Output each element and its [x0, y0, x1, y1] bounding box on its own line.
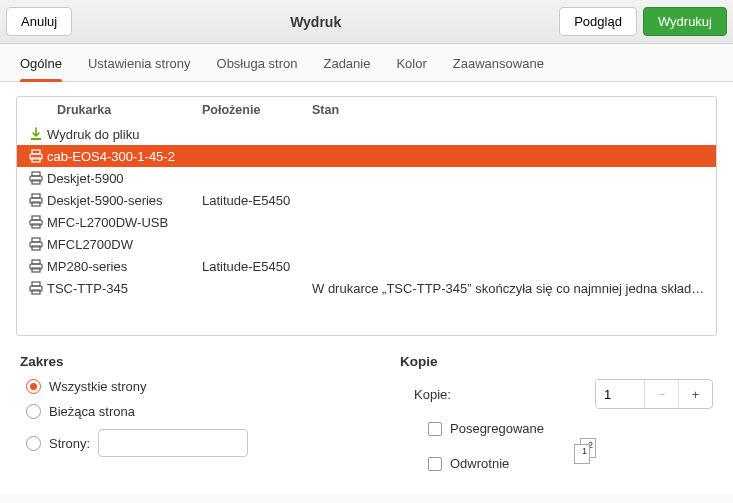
svg-rect-16 [32, 260, 40, 264]
radio-label: Strony: [49, 436, 90, 451]
printer-icon [25, 280, 47, 296]
copies-label: Kopie: [414, 387, 451, 402]
copies-decrement[interactable]: − [644, 380, 678, 408]
printer-row[interactable]: MFC-L2700DW-USB [17, 211, 716, 233]
col-header-location[interactable]: Położenie [202, 103, 312, 117]
svg-rect-7 [32, 194, 40, 198]
printer-icon [25, 214, 47, 230]
svg-rect-13 [32, 238, 40, 242]
tab-ustawienia-strony[interactable]: Ustawienia strony [88, 56, 191, 81]
svg-rect-1 [32, 150, 40, 154]
printer-row[interactable]: MFCL2700DW [17, 233, 716, 255]
printer-row[interactable]: Deskjet-5900-seriesLatitude-E5450 [17, 189, 716, 211]
printer-table-header: Drukarka Położenie Stan [17, 97, 716, 123]
printer-row[interactable]: cab-EOS4-300-1-45-2 [17, 145, 716, 167]
col-header-name[interactable]: Drukarka [57, 103, 202, 117]
checkbox-label: Odwrotnie [450, 456, 509, 471]
printer-row[interactable]: MP280-seriesLatitude-E5450 [17, 255, 716, 277]
printer-name: MP280-series [47, 259, 202, 274]
copies-section: Kopie Kopie: − + Posegregowane [400, 354, 713, 481]
radio-all-pages[interactable]: Wszystkie strony [26, 379, 360, 394]
tab-kolor[interactable]: Kolor [396, 56, 426, 81]
reverse-checkbox-row[interactable]: Odwrotnie [428, 456, 544, 471]
printer-row[interactable]: TSC-TTP-345W drukarce „TSC-TTP-345” skoń… [17, 277, 716, 299]
copies-spinner: − + [595, 379, 713, 409]
titlebar: Anuluj Wydruk Podgląd Wydrukuj [0, 0, 733, 44]
radio-pages[interactable]: Strony: [26, 429, 360, 457]
svg-rect-0 [31, 138, 41, 140]
printer-name: MFC-L2700DW-USB [47, 215, 202, 230]
svg-rect-10 [32, 216, 40, 220]
pages-input[interactable] [98, 429, 248, 457]
printer-name: Deskjet-5900 [47, 171, 202, 186]
checkbox-label: Posegregowane [450, 421, 544, 436]
tab-ogólne[interactable]: Ogólne [20, 56, 62, 81]
tab-zadanie[interactable]: Zadanie [323, 56, 370, 81]
radio-label: Bieżąca strona [49, 404, 135, 419]
preview-button[interactable]: Podgląd [559, 7, 637, 36]
radio-current-page[interactable]: Bieżąca strona [26, 404, 360, 419]
save-to-file-icon [25, 126, 47, 142]
printer-icon [25, 192, 47, 208]
printer-row[interactable]: Wydruk do pliku [17, 123, 716, 145]
cancel-button[interactable]: Anuluj [6, 7, 72, 36]
printer-status: W drukarce „TSC-TTP-345” skończyła się c… [312, 281, 708, 296]
col-header-status[interactable]: Stan [312, 103, 708, 117]
printer-icon [25, 148, 47, 164]
printer-name: MFCL2700DW [47, 237, 202, 252]
radio-icon [26, 404, 41, 419]
dialog-title: Wydruk [72, 14, 559, 30]
collate-preview-icon: 2 1 [574, 438, 602, 464]
radio-label: Wszystkie strony [49, 379, 147, 394]
copies-title: Kopie [400, 354, 713, 369]
radio-icon [26, 436, 41, 451]
printer-location: Latitude-E5450 [202, 259, 312, 274]
printer-name: cab-EOS4-300-1-45-2 [47, 149, 202, 164]
checkbox-icon [428, 457, 442, 471]
printer-name: Wydruk do pliku [47, 127, 202, 142]
radio-icon [26, 379, 41, 394]
svg-rect-4 [32, 172, 40, 176]
tab-content-general: Drukarka Położenie Stan Wydruk do plikuc… [0, 82, 733, 495]
checkbox-icon [428, 422, 442, 436]
tab-zaawansowane[interactable]: Zaawansowane [453, 56, 544, 81]
print-button[interactable]: Wydrukuj [643, 7, 727, 36]
printer-icon [25, 258, 47, 274]
copies-increment[interactable]: + [678, 380, 712, 408]
printer-name: TSC-TTP-345 [47, 281, 202, 296]
printer-location: Latitude-E5450 [202, 193, 312, 208]
tab-obsługa-stron[interactable]: Obsługa stron [217, 56, 298, 81]
copies-input[interactable] [596, 380, 644, 408]
collate-checkbox-row[interactable]: Posegregowane [428, 421, 544, 436]
printer-table: Drukarka Położenie Stan Wydruk do plikuc… [16, 96, 717, 336]
svg-rect-19 [32, 282, 40, 286]
printer-icon [25, 170, 47, 186]
printer-icon [25, 236, 47, 252]
range-title: Zakres [20, 354, 360, 369]
tab-bar: OgólneUstawienia stronyObsługa stronZada… [0, 44, 733, 82]
printer-name: Deskjet-5900-series [47, 193, 202, 208]
printer-row[interactable]: Deskjet-5900 [17, 167, 716, 189]
range-section: Zakres Wszystkie strony Bieżąca strona S… [20, 354, 360, 481]
